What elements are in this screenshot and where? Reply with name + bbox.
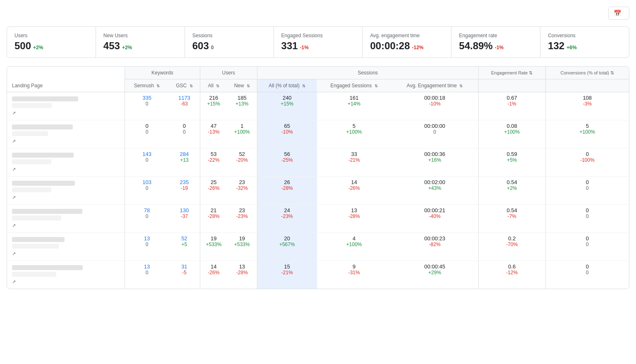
engagement-rate-value: 0.54: [480, 179, 544, 185]
col-gsc[interactable]: GSC ⇅: [169, 79, 200, 92]
external-link-icon[interactable]: ↗: [12, 195, 16, 200]
avg-engagement-delta: -10%: [393, 101, 477, 107]
card-number: 00:00:28: [370, 40, 410, 52]
table-row: ↗ 13052+519+533%19+533%20+567%4+100%00:0…: [7, 233, 629, 261]
avg-engagement-cell: 00:00:18-10%: [391, 92, 479, 120]
card-value: 500 +2%: [14, 40, 88, 52]
gsc-value: 31: [170, 263, 198, 270]
card-change: +2%: [33, 45, 43, 50]
users-new-value: 185: [229, 95, 255, 101]
conversions-value: 0: [547, 263, 628, 270]
sessions-all-value: 20: [259, 235, 315, 242]
semrush-delta: 0: [127, 129, 167, 135]
engaged-sessions-cell: 9-31%: [317, 261, 391, 289]
summary-card-0: Users 500 +2%: [7, 27, 96, 57]
semrush-value: 13: [127, 263, 167, 270]
card-number: 500: [14, 40, 31, 52]
external-link-icon[interactable]: ↗: [12, 167, 16, 172]
users-new-cell: 13-28%: [227, 261, 257, 289]
sessions-all-delta: -23%: [259, 213, 315, 219]
external-link-icon[interactable]: ↗: [12, 251, 16, 256]
gsc-delta: -19: [170, 185, 198, 191]
col-semrush[interactable]: Semrush ⇅: [125, 79, 169, 92]
users-new-cell: 185+13%: [227, 92, 257, 120]
avg-engagement-value: 00:00:45: [393, 263, 477, 270]
summary-card-4: Avg. engagement time 00:00:28 -12%: [362, 27, 451, 57]
card-label: Users: [14, 33, 88, 38]
card-value: 54.89% -1%: [459, 40, 533, 52]
conversions-delta: -3%: [547, 101, 628, 107]
gsc-delta: +5: [170, 242, 198, 247]
col-engaged-sessions[interactable]: Engaged Sessions ⇅: [317, 79, 391, 92]
avg-engagement-delta: +16%: [393, 157, 477, 163]
engagement-rate-cell: 0.08+100%: [478, 120, 545, 148]
lp-placeholder-bar1: [12, 209, 82, 214]
gsc-cell: 284+13: [169, 148, 200, 177]
page-header: 📅: [7, 7, 629, 20]
group-header-users: Users: [200, 67, 257, 79]
col-users-new[interactable]: New ⇅: [227, 79, 257, 92]
users-all-value: 19: [202, 235, 226, 242]
users-all-value: 21: [202, 207, 226, 213]
table-row: ↗ 1430284+1353-22%52-20%56-25%33-21%00:0…: [7, 148, 629, 177]
gsc-cell: 31-5: [169, 261, 200, 289]
summary-card-6: Conversions 132 +6%: [540, 27, 629, 57]
users-new-delta: +533%: [229, 242, 255, 247]
external-link-icon[interactable]: ↗: [12, 279, 16, 284]
sessions-all-cell: 240+15%: [257, 92, 317, 120]
sessions-all-cell: 65-10%: [257, 120, 317, 148]
users-new-delta: -23%: [229, 213, 255, 219]
external-link-icon[interactable]: ↗: [12, 139, 16, 144]
date-range-button[interactable]: 📅: [608, 7, 629, 20]
semrush-delta: 0: [127, 270, 167, 275]
gsc-cell: 00: [169, 120, 200, 148]
col-users-all[interactable]: All ⇅: [200, 79, 227, 92]
card-change: 0: [211, 45, 214, 50]
lp-placeholder-bar2: [12, 187, 51, 192]
engaged-sessions-value: 5: [319, 123, 390, 129]
avg-engagement-cell: 00:00:45+29%: [391, 261, 479, 289]
sessions-all-cell: 24-23%: [257, 205, 317, 233]
group-header-keywords: Keywords: [125, 67, 200, 79]
semrush-cell: 130: [125, 233, 169, 261]
conversions-cell: 00: [545, 205, 629, 233]
engagement-rate-value: 0.08: [480, 123, 544, 129]
conversions-delta: 0: [547, 270, 628, 275]
col-sessions-all[interactable]: All (% of total) ⇅: [257, 79, 317, 92]
engagement-rate-value: 0.67: [480, 95, 544, 101]
lp-placeholder-bar1: [12, 125, 73, 129]
col-engagement-rate[interactable]: [478, 79, 545, 92]
conversions-delta: 0: [547, 213, 628, 219]
engagement-rate-delta: -7%: [480, 213, 544, 219]
conversions-cell: 00: [545, 233, 629, 261]
semrush-cell: 1030: [125, 177, 169, 205]
external-link-icon[interactable]: ↗: [12, 223, 16, 228]
card-change: +2%: [122, 45, 132, 50]
users-all-value: 53: [202, 151, 226, 157]
semrush-cell: 00: [125, 120, 169, 148]
external-link-icon[interactable]: ↗: [12, 110, 16, 115]
landing-page-cell: ↗: [7, 177, 125, 205]
lp-placeholder-bar2: [12, 272, 56, 277]
sessions-all-cell: 26-28%: [257, 177, 317, 205]
semrush-value: 13: [127, 235, 167, 242]
semrush-delta: 0: [127, 101, 167, 107]
sessions-all-value: 26: [259, 179, 315, 185]
card-label: New Users: [103, 33, 177, 38]
card-change: -1%: [495, 45, 504, 50]
col-conversions[interactable]: [545, 79, 629, 92]
sessions-all-value: 240: [259, 95, 315, 101]
users-all-delta: -26%: [202, 270, 226, 275]
engaged-sessions-cell: 14-26%: [317, 177, 391, 205]
gsc-value: 235: [170, 179, 198, 185]
users-all-cell: 19+533%: [200, 233, 227, 261]
engaged-sessions-delta: +100%: [319, 242, 390, 247]
users-all-delta: +15%: [202, 101, 226, 107]
gsc-cell: 130-37: [169, 205, 200, 233]
engaged-sessions-value: 14: [319, 179, 390, 185]
users-all-cell: 21-28%: [200, 205, 227, 233]
users-all-cell: 216+15%: [200, 92, 227, 120]
col-avg-engagement[interactable]: Avg. Engagement time ⇅: [391, 79, 479, 92]
lp-placeholder-bar1: [12, 153, 74, 158]
landing-page-cell: ↗: [7, 148, 125, 177]
